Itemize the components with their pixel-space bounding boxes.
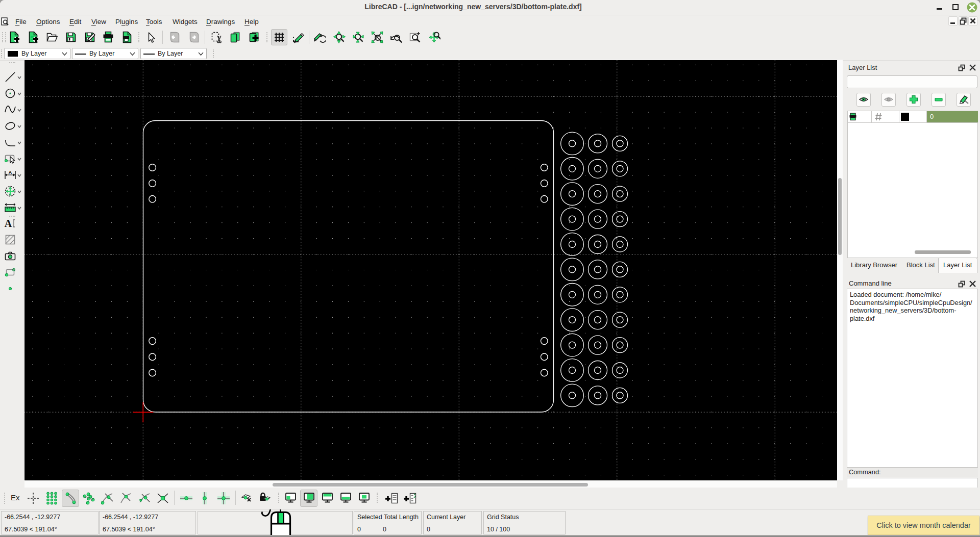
svg-text:A: A: [9, 170, 12, 175]
svg-text:A: A: [5, 218, 12, 229]
